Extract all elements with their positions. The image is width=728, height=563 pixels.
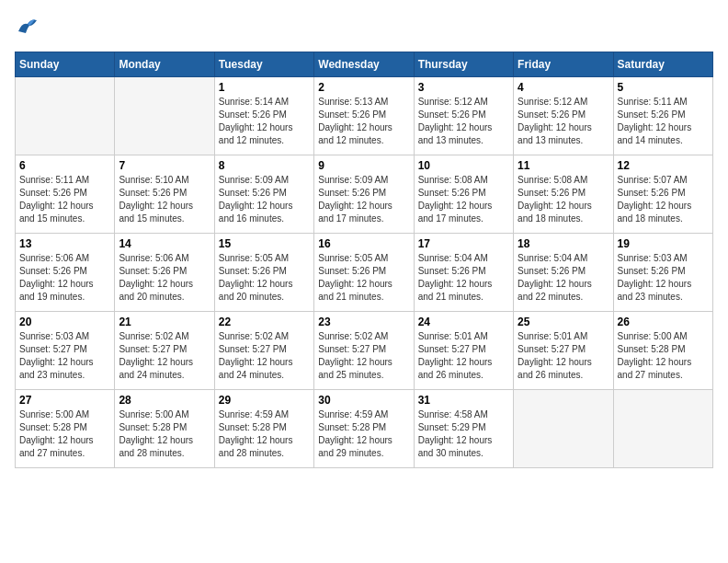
day-info: Sunrise: 5:09 AMSunset: 5:26 PMDaylight:…: [318, 174, 409, 225]
day-info: Sunrise: 5:11 AMSunset: 5:26 PMDaylight:…: [618, 96, 709, 147]
day-number: 11: [518, 159, 609, 172]
calendar-table: SundayMondayTuesdayWednesdayThursdayFrid…: [15, 52, 713, 468]
day-header-saturday: Saturday: [613, 52, 712, 77]
calendar-cell: 21Sunrise: 5:02 AMSunset: 5:27 PMDayligh…: [115, 312, 214, 390]
day-number: 15: [219, 237, 310, 250]
day-number: 28: [119, 394, 210, 407]
day-header-sunday: Sunday: [16, 52, 115, 77]
calendar-cell: 28Sunrise: 5:00 AMSunset: 5:28 PMDayligh…: [115, 390, 214, 468]
day-info: Sunrise: 5:00 AMSunset: 5:28 PMDaylight:…: [119, 408, 210, 460]
calendar-cell: 15Sunrise: 5:05 AMSunset: 5:26 PMDayligh…: [214, 234, 313, 312]
calendar-cell: 30Sunrise: 4:59 AMSunset: 5:28 PMDayligh…: [314, 390, 414, 468]
day-info: Sunrise: 5:14 AMSunset: 5:26 PMDaylight:…: [219, 96, 310, 147]
day-number: 26: [618, 316, 709, 328]
calendar-cell: 16Sunrise: 5:05 AMSunset: 5:26 PMDayligh…: [314, 234, 414, 312]
calendar-cell: 8Sunrise: 5:09 AMSunset: 5:26 PMDaylight…: [214, 155, 313, 234]
day-info: Sunrise: 5:08 AMSunset: 5:26 PMDaylight:…: [518, 174, 609, 225]
calendar-cell: 26Sunrise: 5:00 AMSunset: 5:28 PMDayligh…: [613, 312, 712, 390]
logo: [15, 15, 44, 40]
day-header-tuesday: Tuesday: [214, 52, 313, 77]
day-header-thursday: Thursday: [414, 52, 513, 77]
page-header: [15, 15, 713, 40]
day-number: 3: [418, 81, 509, 94]
calendar-cell: 10Sunrise: 5:08 AMSunset: 5:26 PMDayligh…: [414, 155, 513, 234]
calendar-cell: 31Sunrise: 4:58 AMSunset: 5:29 PMDayligh…: [414, 390, 513, 468]
calendar-cell: 6Sunrise: 5:11 AMSunset: 5:26 PMDaylight…: [16, 155, 115, 234]
day-info: Sunrise: 4:58 AMSunset: 5:29 PMDaylight:…: [418, 408, 509, 460]
day-number: 30: [318, 394, 409, 407]
calendar-cell: 9Sunrise: 5:09 AMSunset: 5:26 PMDaylight…: [314, 155, 414, 234]
week-row-1: 1Sunrise: 5:14 AMSunset: 5:26 PMDaylight…: [16, 77, 713, 155]
calendar-cell: 19Sunrise: 5:03 AMSunset: 5:26 PMDayligh…: [613, 234, 712, 312]
day-info: Sunrise: 5:10 AMSunset: 5:26 PMDaylight:…: [119, 174, 210, 225]
day-header-monday: Monday: [115, 52, 214, 77]
day-info: Sunrise: 5:12 AMSunset: 5:26 PMDaylight:…: [418, 96, 509, 147]
day-number: 29: [219, 394, 310, 407]
day-info: Sunrise: 5:01 AMSunset: 5:27 PMDaylight:…: [518, 330, 609, 382]
day-number: 25: [518, 316, 609, 328]
day-info: Sunrise: 5:13 AMSunset: 5:26 PMDaylight:…: [318, 96, 409, 147]
calendar-cell: 11Sunrise: 5:08 AMSunset: 5:26 PMDayligh…: [514, 155, 613, 234]
day-number: 12: [618, 159, 709, 172]
day-info: Sunrise: 5:04 AMSunset: 5:26 PMDaylight:…: [518, 252, 609, 304]
day-number: 9: [318, 159, 409, 172]
day-number: 7: [119, 159, 210, 172]
day-info: Sunrise: 5:03 AMSunset: 5:26 PMDaylight:…: [618, 252, 709, 304]
day-number: 8: [219, 159, 310, 172]
week-row-2: 6Sunrise: 5:11 AMSunset: 5:26 PMDaylight…: [16, 155, 713, 234]
week-row-4: 20Sunrise: 5:03 AMSunset: 5:27 PMDayligh…: [16, 312, 713, 390]
day-number: 23: [318, 316, 409, 328]
day-info: Sunrise: 5:03 AMSunset: 5:27 PMDaylight:…: [19, 330, 110, 382]
calendar-cell: 24Sunrise: 5:01 AMSunset: 5:27 PMDayligh…: [414, 312, 513, 390]
day-info: Sunrise: 5:09 AMSunset: 5:26 PMDaylight:…: [219, 174, 310, 225]
day-info: Sunrise: 5:11 AMSunset: 5:26 PMDaylight:…: [19, 174, 110, 225]
day-header-friday: Friday: [514, 52, 613, 77]
day-number: 21: [119, 316, 210, 328]
calendar-cell: 13Sunrise: 5:06 AMSunset: 5:26 PMDayligh…: [16, 234, 115, 312]
calendar-cell: 2Sunrise: 5:13 AMSunset: 5:26 PMDaylight…: [314, 77, 414, 155]
day-info: Sunrise: 5:02 AMSunset: 5:27 PMDaylight:…: [119, 330, 210, 382]
day-info: Sunrise: 5:06 AMSunset: 5:26 PMDaylight:…: [19, 252, 110, 304]
day-info: Sunrise: 5:08 AMSunset: 5:26 PMDaylight:…: [418, 174, 509, 225]
calendar-cell: 20Sunrise: 5:03 AMSunset: 5:27 PMDayligh…: [16, 312, 115, 390]
day-number: 14: [119, 237, 210, 250]
day-number: 19: [618, 237, 709, 250]
day-info: Sunrise: 5:02 AMSunset: 5:27 PMDaylight:…: [219, 330, 310, 382]
day-info: Sunrise: 5:02 AMSunset: 5:27 PMDaylight:…: [318, 330, 409, 382]
calendar-cell: 18Sunrise: 5:04 AMSunset: 5:26 PMDayligh…: [514, 234, 613, 312]
day-number: 18: [518, 237, 609, 250]
day-info: Sunrise: 5:07 AMSunset: 5:26 PMDaylight:…: [618, 174, 709, 225]
day-number: 1: [219, 81, 310, 94]
day-info: Sunrise: 5:01 AMSunset: 5:27 PMDaylight:…: [418, 330, 509, 382]
day-info: Sunrise: 5:06 AMSunset: 5:26 PMDaylight:…: [119, 252, 210, 304]
day-number: 6: [19, 159, 110, 172]
day-number: 5: [618, 81, 709, 94]
day-info: Sunrise: 5:05 AMSunset: 5:26 PMDaylight:…: [318, 252, 409, 304]
calendar-cell: 22Sunrise: 5:02 AMSunset: 5:27 PMDayligh…: [214, 312, 313, 390]
calendar-cell: [115, 77, 214, 155]
calendar-cell: 4Sunrise: 5:12 AMSunset: 5:26 PMDaylight…: [514, 77, 613, 155]
calendar-cell: 7Sunrise: 5:10 AMSunset: 5:26 PMDaylight…: [115, 155, 214, 234]
calendar-cell: [613, 390, 712, 468]
calendar-cell: 14Sunrise: 5:06 AMSunset: 5:26 PMDayligh…: [115, 234, 214, 312]
calendar-cell: 25Sunrise: 5:01 AMSunset: 5:27 PMDayligh…: [514, 312, 613, 390]
day-info: Sunrise: 4:59 AMSunset: 5:28 PMDaylight:…: [219, 408, 310, 460]
calendar-header-row: SundayMondayTuesdayWednesdayThursdayFrid…: [16, 52, 713, 77]
day-info: Sunrise: 5:00 AMSunset: 5:28 PMDaylight:…: [19, 408, 110, 460]
day-number: 24: [418, 316, 509, 328]
day-info: Sunrise: 5:04 AMSunset: 5:26 PMDaylight:…: [418, 252, 509, 304]
day-number: 2: [318, 81, 409, 94]
calendar-cell: 5Sunrise: 5:11 AMSunset: 5:26 PMDaylight…: [613, 77, 712, 155]
calendar-cell: 3Sunrise: 5:12 AMSunset: 5:26 PMDaylight…: [414, 77, 513, 155]
calendar-cell: 23Sunrise: 5:02 AMSunset: 5:27 PMDayligh…: [314, 312, 414, 390]
day-number: 16: [318, 237, 409, 250]
week-row-5: 27Sunrise: 5:00 AMSunset: 5:28 PMDayligh…: [16, 390, 713, 468]
calendar-cell: 1Sunrise: 5:14 AMSunset: 5:26 PMDaylight…: [214, 77, 313, 155]
day-number: 4: [518, 81, 609, 94]
calendar-cell: 29Sunrise: 4:59 AMSunset: 5:28 PMDayligh…: [214, 390, 313, 468]
day-number: 10: [418, 159, 509, 172]
calendar-cell: [16, 77, 115, 155]
day-number: 20: [19, 316, 110, 328]
day-info: Sunrise: 4:59 AMSunset: 5:28 PMDaylight:…: [318, 408, 409, 460]
day-header-wednesday: Wednesday: [314, 52, 414, 77]
